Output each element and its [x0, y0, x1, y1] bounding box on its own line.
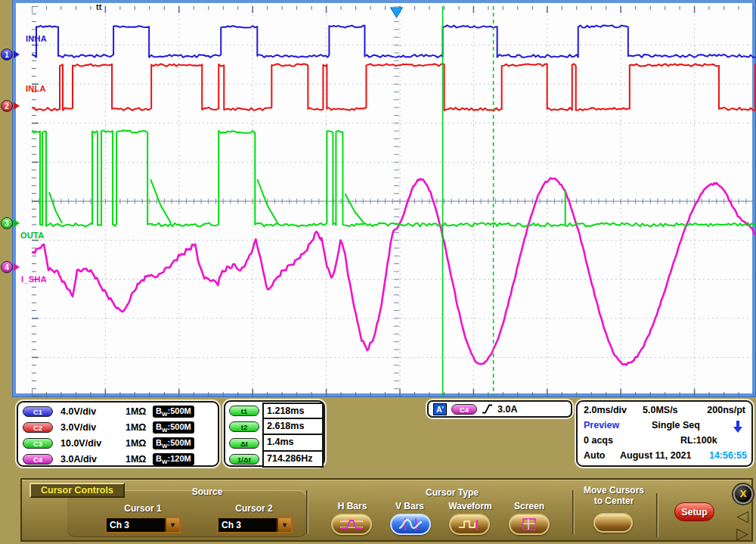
trigger-source-badge[interactable]: C4 — [451, 404, 477, 415]
preview-status: Preview — [584, 420, 619, 431]
inv-dt-label: 1/Δt — [229, 454, 259, 465]
acq-row-datetime: Auto August 11, 2021 14:56:55 — [578, 450, 751, 465]
channel-label-outa: OUTA — [20, 231, 45, 240]
channel2-marker[interactable]: 2 — [1, 100, 23, 113]
channel2-arrow-icon — [14, 102, 20, 110]
channel4-settings-row: C4 3.0A/div 1MΩ BW:120M — [18, 451, 218, 467]
inv-dt-value: 714.286Hz — [262, 452, 324, 468]
divider — [572, 490, 575, 534]
trigger-status-panel: A' C4 3.0A — [427, 400, 572, 418]
waveform-cursor-icon — [457, 518, 482, 530]
resolution: 200ns/pt — [707, 405, 745, 415]
timebase: 2.0ms/div — [584, 405, 627, 415]
acquisition-panel: 2.0ms/div 5.0MS/s 200ns/pt Preview Singl… — [576, 400, 753, 467]
source-label: Source — [154, 486, 260, 497]
waveform-label: Waveform — [440, 501, 500, 511]
scope-display: tt INHA INLA OUTA I_SHA — [13, 0, 755, 396]
channel2-scale: 3.0V/div — [60, 422, 125, 433]
acq-count: 0 acqs — [584, 435, 613, 446]
trigger-level: 3.0A — [497, 404, 517, 415]
run-stop-arrow-icon — [733, 421, 742, 434]
sample-rate: 5.0MS/s — [643, 405, 678, 415]
t1-label: t1 — [229, 406, 259, 416]
hbars-icon — [339, 518, 364, 530]
t2-value: 2.618ms — [262, 419, 324, 436]
acq-row-mode: Preview Single Seq — [578, 420, 751, 435]
channel1-impedance: 1MΩ — [125, 406, 153, 417]
channel3-settings-row: C3 10.0V/div 1MΩ BW:500M — [18, 435, 218, 451]
channel3-bandwidth: BW:500M — [153, 437, 194, 449]
channel4-scale: 3.0A/div — [60, 454, 125, 465]
channel1-scale: 4.0V/div — [60, 406, 125, 417]
hbars-button[interactable] — [331, 514, 372, 535]
divider — [306, 490, 308, 534]
nav-left-icon[interactable]: ◁ — [736, 508, 748, 524]
channel2-impedance: 1MΩ — [125, 422, 153, 433]
channel1-bandwidth: BW:500M — [153, 406, 194, 418]
trigger-mode: Auto — [584, 450, 605, 461]
cursor-controls-bar: Cursor Controls Source Cursor 1 Cursor 2… — [20, 478, 753, 542]
channel3-marker[interactable]: 3 — [1, 217, 23, 230]
chann3-impedance: 1MΩ — [125, 438, 153, 449]
panel-title-tab: Cursor Controls — [29, 483, 125, 498]
t1-value: 1.218ms — [262, 403, 324, 419]
waveform-button[interactable] — [449, 514, 490, 535]
cursor2-source-select[interactable]: Ch 3 ▼ — [217, 517, 293, 533]
channel-label-inha: INHA — [26, 34, 47, 43]
acq-row-timebase: 2.0ms/div 5.0MS/s 200ns/pt — [578, 405, 751, 420]
channel-label-inla: INLA — [26, 84, 46, 93]
channel1-arrow-icon — [14, 51, 20, 58]
move-cursors-label-line2: to Center — [576, 496, 652, 506]
channel1-settings-row: C1 4.0V/div 1MΩ BW:500M — [18, 403, 218, 419]
t2-label: t2 — [229, 421, 259, 432]
channel4-badge[interactable]: C4 — [23, 454, 53, 465]
screen-cursor-icon — [522, 518, 537, 531]
time: 14:56:55 — [709, 450, 747, 461]
channel1-marker[interactable]: 1 — [1, 48, 23, 61]
channel2-settings-row: C2 3.0V/div 1MΩ BW:500M — [18, 419, 218, 435]
date: August 11, 2021 — [620, 450, 692, 461]
channel1-badge[interactable]: C1 — [23, 406, 53, 417]
channel-settings-panel: C1 4.0V/div 1MΩ BW:500M C2 3.0V/div 1MΩ … — [17, 401, 219, 467]
setup-button[interactable]: Setup — [674, 502, 714, 521]
rising-edge-icon — [482, 403, 493, 415]
cursor2-source-value: Ch 3 — [218, 518, 277, 532]
cursor1-dropdown-arrow[interactable]: ▼ — [165, 518, 179, 532]
vbars-button[interactable] — [390, 514, 431, 535]
channel4-bandwidth: BW:120M — [153, 453, 194, 465]
cursor-dt-row: Δt 1.4ms — [225, 435, 324, 452]
nav-right-icon[interactable]: ▷ — [736, 525, 748, 541]
dt-value: 1.4ms — [262, 435, 324, 452]
cursor1-source-select[interactable]: Ch 3 ▼ — [105, 517, 181, 533]
screen-label: Screen — [499, 501, 559, 511]
close-button[interactable]: X — [733, 484, 753, 504]
channel4-arrow-icon — [14, 263, 20, 271]
cursor2-label: Cursor 2 — [220, 503, 288, 514]
channel2-badge[interactable]: C2 — [23, 422, 53, 433]
cursor2-dropdown-arrow[interactable]: ▼ — [277, 518, 291, 532]
cursor-type-label: Cursor Type — [407, 487, 497, 498]
waveform-display[interactable] — [32, 6, 756, 396]
trigger-a-badge: A' — [433, 403, 447, 415]
cursor-freq-row: 1/Δt 714.286Hz — [225, 452, 324, 468]
channel2-bandwidth: BW:500M — [153, 421, 194, 434]
cursor1-label: Cursor 1 — [109, 503, 177, 514]
cursor-t2-row: t2 2.618ms — [225, 419, 324, 436]
hbars-label: H Bars — [322, 501, 383, 511]
acq-row-count: 0 acqs RL:100k — [578, 435, 751, 450]
tekscope-app: { "scope": { "tt_marker": "tt", "center_… — [0, 0, 756, 544]
record-length: RL:100k — [680, 435, 717, 446]
move-cursors-button[interactable] — [593, 513, 633, 533]
cursor-readout-panel: t1 1.218ms t2 2.618ms Δt 1.4ms 1/Δt 714.… — [224, 400, 325, 467]
channel3-scale: 10.0V/div — [60, 438, 125, 449]
vbars-label: V Bars — [380, 501, 440, 511]
move-cursors-label-line1: Move Cursors — [576, 485, 652, 496]
dt-label: Δt — [229, 438, 259, 449]
cursor1-source-value: Ch 3 — [107, 518, 165, 532]
channel4-marker[interactable]: 4 — [1, 261, 23, 274]
cursor-t1-row: t1 1.218ms — [225, 403, 324, 419]
channel4-impedance: 1MΩ — [125, 454, 153, 465]
channel3-badge[interactable]: C3 — [23, 438, 53, 449]
screen-button[interactable] — [509, 514, 550, 535]
channel3-arrow-icon — [14, 219, 20, 227]
